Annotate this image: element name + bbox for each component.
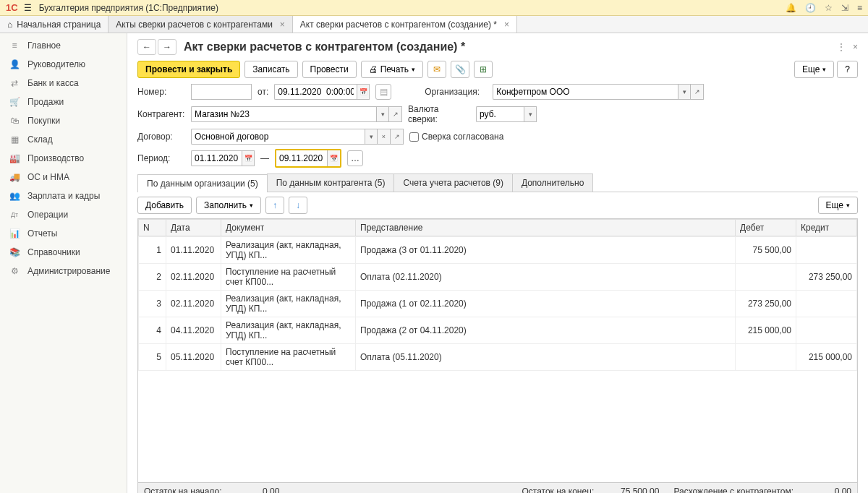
write-button[interactable]: Записать	[244, 61, 297, 78]
move-down-button[interactable]: ↓	[289, 197, 307, 214]
post-button[interactable]: Провести	[302, 61, 357, 78]
list-icon: ≡	[9, 40, 20, 51]
calendar-icon[interactable]: 📅	[327, 150, 340, 166]
home-tab[interactable]: ⌂ Начальная страница	[0, 16, 109, 33]
sidebar-item-label: Производство	[27, 153, 84, 163]
sidebar-item-sales[interactable]: 🛒Продажи	[0, 93, 127, 111]
kebab-icon[interactable]: ⋮	[837, 42, 846, 52]
table-row[interactable]: 5 05.11.2020 Поступление на расчетный сч…	[139, 344, 857, 371]
add-button[interactable]: Добавить	[137, 197, 192, 214]
open-icon[interactable]: ↗	[691, 84, 704, 100]
sidebar-item-label: Отчеты	[27, 228, 57, 239]
doc-icon[interactable]: ▤	[375, 84, 391, 100]
sidebar-item-label: ОС и НМА	[27, 172, 69, 182]
tabstrip-tab-1[interactable]: По данным контрагента (5)	[267, 173, 395, 192]
cell-doc: Поступление на расчетный счет КП00...	[221, 344, 356, 371]
col-debit[interactable]: Дебет	[736, 220, 796, 236]
history-icon[interactable]: 🕘	[805, 3, 816, 13]
move-up-button[interactable]: ↑	[265, 197, 284, 214]
start-balance-label: Остаток на начало:	[144, 486, 221, 493]
cell-debit: 75 500,00	[736, 237, 796, 264]
table-row[interactable]: 2 02.11.2020 Поступление на расчетный сч…	[139, 264, 857, 291]
col-n[interactable]: N	[139, 220, 166, 236]
contract-label: Договор:	[137, 132, 185, 142]
people-icon: 👥	[9, 191, 20, 201]
table-row[interactable]: 3 02.11.2020 Реализация (акт, накладная,…	[139, 291, 857, 317]
sidebar-item-purchases[interactable]: 🛍Покупки	[0, 111, 127, 130]
diff-label: Расхождение с контрагентом:	[673, 486, 793, 493]
sidebar-item-production[interactable]: 🏭Производство	[0, 149, 127, 168]
period-from-input[interactable]	[191, 150, 242, 166]
period-to-input[interactable]	[276, 150, 327, 166]
col-doc[interactable]: Документ	[221, 220, 356, 236]
menu-icon[interactable]: ☰	[24, 3, 32, 13]
col-repr[interactable]: Представление	[356, 220, 736, 236]
more-button[interactable]: Еще	[794, 61, 834, 78]
tabstrip-tab-2[interactable]: Счета учета расчетов (9)	[393, 173, 512, 192]
cell-doc: Реализация (акт, накладная, УПД) КП...	[221, 317, 356, 344]
dropdown-icon[interactable]: ▾	[678, 84, 691, 100]
sidebar-item-admin[interactable]: ⚙Администрирование	[0, 262, 127, 280]
org-input[interactable]	[493, 84, 678, 100]
col-credit[interactable]: Кредит	[796, 220, 857, 236]
sidebar-item-reports[interactable]: 📊Отчеты	[0, 224, 127, 243]
table-row[interactable]: 4 04.11.2020 Реализация (акт, накладная,…	[139, 317, 857, 344]
sidebar-item-main[interactable]: ≡Главное	[0, 36, 127, 55]
sidebar-item-bank[interactable]: ⇄Банк и касса	[0, 74, 127, 93]
table-row[interactable]: 1 01.11.2020 Реализация (акт, накладная,…	[139, 237, 857, 264]
currency-input[interactable]	[476, 106, 524, 122]
bell-icon[interactable]: 🔔	[786, 3, 796, 13]
dropdown-icon[interactable]: ▾	[376, 106, 389, 122]
close-icon[interactable]: ×	[504, 20, 509, 30]
sidebar: ≡Главное 👤Руководителю ⇄Банк и касса 🛒Пр…	[0, 33, 127, 493]
gear-icon: ⚙	[9, 266, 20, 276]
dropdown-icon[interactable]: ▾	[365, 129, 378, 145]
clear-icon[interactable]: ×	[378, 129, 391, 145]
tab-1[interactable]: Акт сверки расчетов с контрагентом (созд…	[293, 16, 517, 33]
attach-button[interactable]: 📎	[451, 61, 469, 78]
sidebar-item-label: Зарплата и кадры	[27, 191, 100, 201]
link-icon[interactable]: ⇲	[841, 3, 848, 13]
calendar-icon[interactable]: 📅	[242, 150, 255, 166]
tabstrip-tab-0[interactable]: По данным организации (5)	[137, 174, 268, 192]
contragent-input[interactable]	[191, 106, 376, 122]
print-button[interactable]: 🖨Печать	[361, 61, 423, 78]
open-icon[interactable]: ↗	[391, 129, 404, 145]
sidebar-item-assets[interactable]: 🚚ОС и НМА	[0, 168, 127, 187]
contract-input[interactable]	[191, 129, 365, 145]
forward-button[interactable]: →	[158, 39, 176, 55]
sidebar-item-warehouse[interactable]: ▦Склад	[0, 130, 127, 149]
cell-debit	[736, 264, 796, 291]
cell-debit: 273 250,00	[736, 291, 796, 317]
sidebar-item-manager[interactable]: 👤Руководителю	[0, 55, 127, 74]
tab-0[interactable]: Акты сверки расчетов с контрагентами ×	[109, 16, 292, 33]
sidebar-item-label: Справочники	[27, 247, 80, 257]
cell-n: 3	[139, 291, 166, 317]
cell-n: 1	[139, 237, 166, 264]
sidebar-item-directories[interactable]: 📚Справочники	[0, 243, 127, 262]
open-icon[interactable]: ↗	[389, 106, 402, 122]
number-input[interactable]	[191, 84, 252, 100]
col-date[interactable]: Дата	[166, 220, 221, 236]
mail-button[interactable]: ✉	[427, 61, 446, 78]
close-icon[interactable]: ×	[280, 20, 285, 30]
agreed-label: Сверка согласована	[422, 132, 503, 142]
cell-repr: Продажа (1 от 02.11.2020)	[356, 291, 736, 317]
star-icon[interactable]: ☆	[825, 3, 833, 13]
agreed-checkbox[interactable]	[409, 132, 419, 142]
dropdown-icon[interactable]: ▾	[524, 106, 537, 122]
date-input[interactable]	[274, 84, 357, 100]
fill-button[interactable]: Заполнить	[196, 197, 261, 214]
calendar-icon[interactable]: 📅	[357, 84, 370, 100]
close-page-icon[interactable]: ×	[853, 42, 858, 52]
table-more-button[interactable]: Еще	[818, 197, 858, 214]
related-button[interactable]: ⊞	[474, 61, 493, 78]
post-close-button[interactable]: Провести и закрыть	[137, 61, 240, 78]
help-button[interactable]: ?	[837, 61, 858, 78]
sidebar-item-salary[interactable]: 👥Зарплата и кадры	[0, 187, 127, 205]
period-picker-button[interactable]: …	[347, 150, 363, 166]
tabstrip-tab-3[interactable]: Дополнительно	[512, 173, 593, 192]
sidebar-item-operations[interactable]: ДтОперации	[0, 205, 127, 224]
back-button[interactable]: ←	[137, 39, 156, 55]
settings-icon[interactable]: ≡	[857, 3, 862, 13]
